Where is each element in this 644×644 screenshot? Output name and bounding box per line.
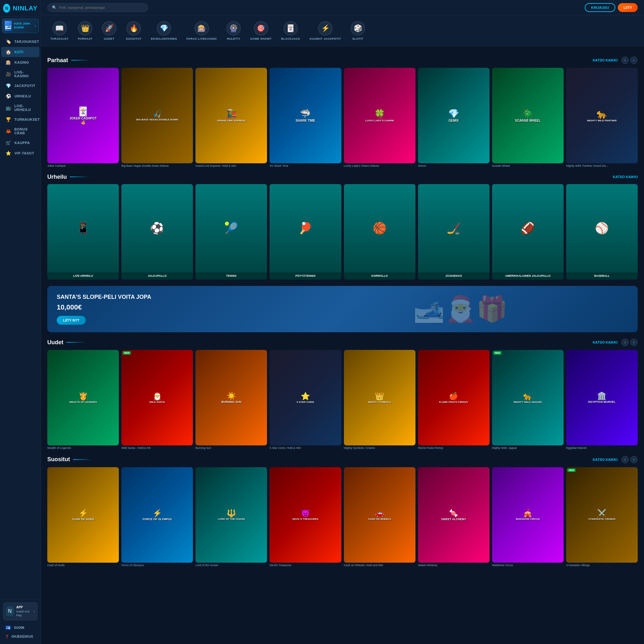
sidebar-item-koti[interactable]: 🏠 KOTI — [1, 47, 39, 57]
sport-card-koripallo[interactable]: 🏀 KORIPALLO — [344, 184, 415, 280]
best-games-next[interactable]: › — [630, 56, 638, 64]
game-card-grandlink[interactable]: 🚂 GRAND LINK EXPRESS — [195, 68, 267, 163]
game-card-wealth[interactable]: 👸 WEALTH OF LEGENDS — [47, 350, 119, 445]
bonus-crab-icon: 🦀 — [6, 129, 11, 134]
game-wrapper-joker: 🃏 JOKER CASHPOT 💰 Joker Cashpot — [47, 68, 119, 167]
game-card-sweetalchemy[interactable]: 🍬 SWEET ALCHEMY — [418, 467, 490, 563]
cat-paras-livekasino[interactable]: 🎰 PARAS LIVEKASINO — [183, 19, 220, 42]
game-card-flame[interactable]: 🍎 FLAME FRUITS FRENZY — [418, 350, 490, 445]
game-card-gemix[interactable]: 💎 GEMIX — [418, 68, 490, 163]
sidebar-item-live-urheilu[interactable]: 📺 LIVE-URHEILU — [1, 102, 39, 114]
sidebar-item-kasino[interactable]: 🎰 KASINO — [1, 57, 39, 67]
sidebar-help-center[interactable]: ❓ OHJEKESKUS — [3, 632, 38, 641]
new-games-header: Uudet KATSO KAIKKI ‹ › — [47, 339, 638, 346]
sport-card-amerikkalainen[interactable]: 🏈 AMERIKKALAINEN JALKAPALLO — [492, 184, 564, 280]
best-games-prev[interactable]: ‹ — [621, 56, 629, 64]
sidebar-item-live-kasino[interactable]: 🎥 LIVE-KASINO — [1, 68, 39, 80]
search-bar[interactable]: 🔍 — [47, 3, 148, 12]
sport-label-poytatennnis: PÖYTÄTENNIS — [271, 274, 340, 278]
game-card-panther[interactable]: 🐆 MIGHTY WILD PANTHER — [566, 68, 638, 163]
game-card-scarab[interactable]: 🪲 SCARAB WHEEL — [492, 68, 564, 163]
sidebar-item-tarjoukset[interactable]: 🏷️ TARJOUKSET — [1, 37, 39, 47]
sport-card-jaakiekko[interactable]: 🏒 JÄÄKIEKKO — [418, 184, 490, 280]
game-label-scarab: Scarab Wheel — [492, 164, 564, 167]
app-install-button[interactable]: N APP Install And Play › — [3, 602, 38, 620]
cat-kuumat-jackpotit[interactable]: ⚡ KUUMAT JACKPOTIT — [306, 19, 344, 42]
sidebar-item-vip-tasot[interactable]: ⭐ VIP-TASOT — [1, 148, 39, 158]
game-wrapper-bigbass: 🎣 BIG BASS VEGAS DOUBLE DOWN Big Bass Ve… — [121, 68, 193, 167]
game-label-egyptian: Egyptian Marvel — [566, 446, 638, 450]
best-games-section: Parhaat KATSO KAIKKI ‹ › 🃏 JOKER CASHPOT — [47, 56, 638, 167]
sidebar-label-jackpotit: JACKPOTIT — [15, 84, 36, 88]
cat-blackjack[interactable]: 🃏 BLACKJACK — [278, 19, 304, 42]
cat-game-showt[interactable]: 🎯 GAME SHOWT — [247, 19, 275, 42]
promo-subtitle: 10,000€ — [57, 303, 151, 311]
sidebar-item-jackpotit[interactable]: 💎 JACKPOTIT — [1, 81, 39, 91]
game-card-luckylady[interactable]: 🍀 LUCKY LADY'S CHARM — [344, 68, 415, 163]
game-card-mighty[interactable]: 👑 MIGHTY SYMBOLS — [344, 350, 415, 445]
game-wrapper-vikings: ⚔️ 4 FANTASTIC VIKINGS NEW 4 Fantastic V… — [566, 467, 638, 567]
game-card-vikings[interactable]: ⚔️ 4 FANTASTIC VIKINGS NEW — [566, 467, 638, 563]
cat-ruletti[interactable]: 🎡 RULETTI — [223, 19, 244, 42]
game-label-wealth: Wealth of Legends — [47, 446, 119, 450]
popular-games-grid: ⚡ CASH OF GODS Cash of Gods ⚡ FORCE OF O… — [47, 467, 638, 567]
sidebar-label-turnaukset: TURNAUKSET — [15, 118, 40, 121]
game-card-wildsanta[interactable]: 🎅 WILD SANTA NEW — [121, 350, 193, 445]
search-input[interactable] — [59, 6, 143, 9]
game-card-olympus[interactable]: ⚡ FORCE OF OLYMPUS — [121, 467, 193, 563]
game-card-bigbass[interactable]: 🎣 BIG BASS VEGAS DOUBLE DOWN — [121, 68, 193, 163]
game-card-burning[interactable]: ☀️ BURNING SUN — [195, 350, 267, 445]
popular-games-prev[interactable]: ‹ — [621, 456, 629, 463]
sidebar-item-bonus-crab[interactable]: 🦀 BONUS CRAB — [1, 125, 39, 137]
game-card-5star[interactable]: ⭐ 5 STAR COINS — [270, 350, 341, 445]
promo-cta-button[interactable]: LIITY NYT — [57, 316, 86, 325]
game-card-cashgods[interactable]: ⚡ CASH OF GODS — [47, 467, 119, 563]
sport-card-jalkapallo[interactable]: ⚽ JALKAPALLO — [121, 184, 193, 280]
cat-uudet[interactable]: 🚀 UUDET — [99, 19, 119, 42]
new-games-next[interactable]: › — [630, 339, 638, 346]
sidebar-promo-banner[interactable]: 🎿 VOITA JOPA 10,000€ › — [2, 19, 39, 33]
page-content: Parhaat KATSO KAIKKI ‹ › 🃏 JOKER CASHPOT — [41, 46, 644, 644]
cat-tarjoajat-icon: 📖 — [52, 21, 67, 36]
sidebar-item-turnaukset[interactable]: 🏆 TURNAUKSET — [1, 114, 39, 125]
promo-avatar: 🎿 — [5, 21, 12, 31]
new-games-see-all[interactable]: KATSO KAIKKI — [593, 340, 618, 344]
cat-eksklusiivinen[interactable]: 💎 EKSKLUSIIVINEN — [148, 19, 180, 42]
sidebar-item-urheilu[interactable]: ⚽ URHEILU — [1, 91, 39, 101]
cat-parhaat[interactable]: 👑 PARHAAT — [75, 19, 96, 42]
game-wrapper-scarab: 🪲 SCARAB WHEEL Scarab Wheel — [492, 68, 564, 167]
sports-see-all[interactable]: KATSO KAIKKI — [613, 175, 638, 179]
sidebar-item-kauppa[interactable]: 🛒 KAUPPA — [1, 138, 39, 148]
login-button[interactable]: KIRJAUDU — [585, 3, 615, 12]
popular-games-see-all[interactable]: KATSO KAIKKI — [593, 458, 618, 461]
sport-card-poytatennnis[interactable]: 🏓 PÖYTÄTENNIS — [270, 184, 341, 280]
game-badge-new-vikings: NEW — [567, 468, 576, 472]
cat-parhaat-icon: 👑 — [78, 21, 92, 36]
cat-jackpot-label: KUUMAT JACKPOTIT — [310, 37, 341, 40]
sport-card-live[interactable]: 📱 LIVE-URHEILU — [47, 184, 119, 280]
game-card-joker-cashpot[interactable]: 🃏 JOKER CASHPOT 💰 — [47, 68, 119, 163]
best-games-see-all[interactable]: KATSO KAIKKI — [593, 58, 618, 62]
popular-games-title: Suositut — [47, 456, 92, 463]
cat-suositut[interactable]: 🔥 SUOSITUT — [123, 19, 145, 42]
game-card-lordocean[interactable]: 🔱 LORD OF THE OCEAN — [195, 467, 267, 563]
game-card-mightywild[interactable]: 🐆 MIGHTY WILD JAGUAR NEW — [492, 350, 564, 445]
logo-icon: N — [3, 4, 10, 13]
sidebar-language-suomi[interactable]: 🇫🇮 SUOMI — [3, 623, 38, 632]
game-card-madshow[interactable]: 🎪 MADSHOW CIRCUS — [492, 467, 564, 563]
game-card-egyptian[interactable]: 🏛️ EGYPTIAN MARVEL — [566, 350, 638, 445]
game-wrapper-burning: ☀️ BURNING SUN Burning Sun — [195, 350, 267, 450]
sport-card-tennis[interactable]: 🎾 TENNIS — [195, 184, 267, 280]
game-card-devils[interactable]: 😈 DEVIL'S TREASURES — [270, 467, 341, 563]
sidebar-label-vip-tasot: VIP-TASOT — [15, 151, 34, 155]
sport-card-baseball[interactable]: ⚾ BASEBALL — [566, 184, 638, 280]
new-games-prev[interactable]: ‹ — [621, 339, 629, 346]
game-card-cashwheels[interactable]: 🚗 CASH ON WHEELS — [344, 467, 415, 563]
cat-tarjoajat[interactable]: 📖 TARJOAJAT — [47, 19, 72, 42]
popular-games-next[interactable]: › — [630, 456, 638, 463]
cat-slotit[interactable]: 🎲 SLOTIT — [347, 19, 368, 42]
register-button[interactable]: LIITY — [618, 3, 638, 12]
sport-label-tennis: TENNIS — [197, 274, 266, 278]
game-card-shark[interactable]: 🦈 SHARK TIME — [270, 68, 341, 163]
game-wrapper-luckylady: 🍀 LUCKY LADY'S CHARM Lucky Lady's Charm … — [344, 68, 415, 167]
